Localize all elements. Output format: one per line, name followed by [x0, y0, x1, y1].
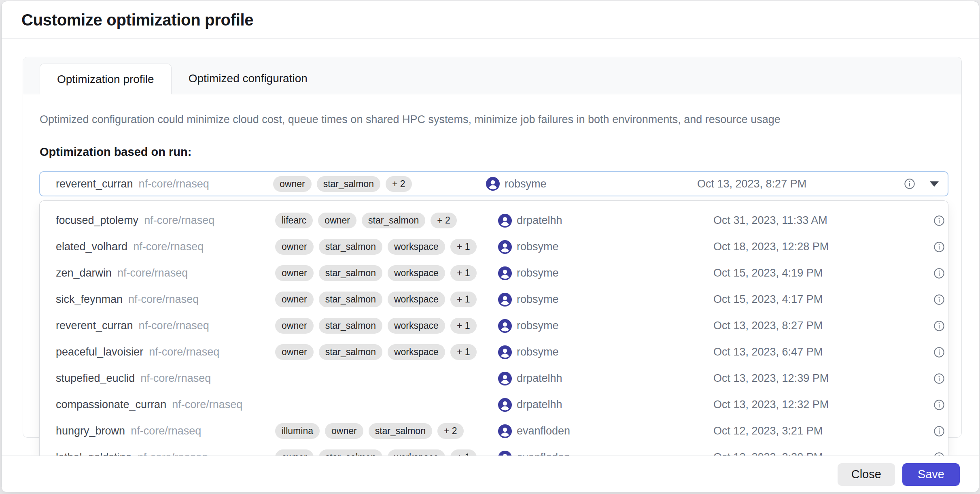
close-button[interactable]: Close	[838, 463, 895, 486]
run-tag: star_salmon	[319, 318, 382, 334]
run-tag: owner	[273, 176, 312, 192]
run-tag: star_salmon	[369, 423, 432, 439]
run-tag: owner	[275, 449, 314, 456]
run-tag: + 1	[450, 265, 477, 281]
run-pipeline: nf-core/rnaseq	[144, 214, 214, 227]
run-name: peaceful_lavoisier	[56, 346, 143, 358]
info-icon[interactable]	[933, 347, 945, 358]
run-tags: ownerstar_salmonworkspace+ 1	[275, 239, 498, 255]
run-tag: star_salmon	[319, 344, 382, 360]
user-name: robsyme	[517, 293, 559, 306]
run-pipeline: nf-core/rnaseq	[140, 372, 211, 385]
run-tag: owner	[275, 344, 314, 360]
selected-run-name: reverent_curran	[56, 178, 133, 190]
info-icon[interactable]	[933, 241, 945, 253]
run-tag: owner	[275, 239, 314, 255]
run-tag: owner	[275, 292, 314, 307]
run-tag: workspace	[388, 265, 445, 281]
run-date: Oct 15, 2023, 4:19 PM	[713, 267, 931, 279]
run-pipeline: nf-core/rnaseq	[131, 425, 201, 437]
run-option[interactable]: elated_volhard nf-core/rnaseq ownerstar_…	[40, 234, 948, 260]
info-icon[interactable]	[904, 178, 915, 190]
dialog-footer: Close Save	[2, 456, 979, 492]
save-button[interactable]: Save	[902, 463, 960, 486]
run-tag: star_salmon	[317, 176, 380, 192]
run-pipeline: nf-core/rnaseq	[149, 346, 219, 358]
run-pipeline: nf-core/rnaseq	[128, 293, 199, 306]
user-name: drpatelhh	[517, 398, 562, 411]
run-option[interactable]: stupefied_euclid nf-core/rnaseq drpatelh…	[40, 365, 948, 392]
run-date: Oct 15, 2023, 4:17 PM	[713, 293, 931, 306]
info-icon[interactable]	[933, 294, 945, 305]
info-icon[interactable]	[933, 452, 945, 456]
run-date: Oct 13, 2023, 8:27 PM	[713, 319, 931, 332]
header-divider	[2, 38, 979, 39]
run-tag: + 1	[450, 292, 477, 307]
selected-run-pipeline: nf-core/rnaseq	[139, 178, 209, 190]
selected-run-tags: ownerstar_salmon+ 2	[273, 176, 486, 192]
run-option[interactable]: reverent_curran nf-core/rnaseq ownerstar…	[40, 313, 948, 339]
run-pipeline: nf-core/rnaseq	[133, 241, 204, 253]
run-tag: workspace	[388, 449, 445, 456]
run-name: stupefied_euclid	[56, 372, 135, 385]
dialog-title: Customize optimization profile	[21, 11, 253, 29]
run-tag: + 1	[450, 318, 477, 334]
run-date: Oct 13, 2023, 6:47 PM	[713, 346, 931, 358]
run-tag: star_salmon	[319, 292, 382, 307]
run-tag: + 1	[450, 449, 477, 456]
run-tag: + 1	[450, 344, 477, 360]
run-tags: ownerstar_salmonworkspace+ 1	[275, 449, 498, 456]
run-tag: workspace	[388, 292, 445, 307]
run-tag: star_salmon	[319, 449, 382, 456]
run-tag: + 2	[437, 423, 464, 439]
run-tag: workspace	[388, 344, 445, 360]
run-option[interactable]: compassionate_curran nf-core/rnaseq drpa…	[40, 392, 948, 418]
run-tag: workspace	[388, 239, 445, 255]
run-date: Oct 12, 2023, 3:21 PM	[713, 425, 931, 437]
tab-label: Optimization profile	[57, 73, 154, 86]
user-name: evanfloden	[517, 451, 570, 456]
run-option[interactable]: hungry_brown nf-core/rnaseq illuminaowne…	[40, 418, 948, 444]
user-name: robsyme	[517, 319, 559, 332]
run-tags: ownerstar_salmonworkspace+ 1	[275, 318, 498, 334]
tab-optimized-configuration[interactable]: Optimized configuration	[172, 63, 325, 94]
run-date: Oct 13, 2023, 12:32 PM	[713, 398, 931, 411]
info-icon[interactable]	[933, 399, 945, 411]
user-avatar-icon	[498, 214, 512, 228]
optimization-description: Optimized configuration could minimize c…	[40, 113, 902, 126]
run-date: Oct 12, 2023, 2:20 PM	[713, 451, 931, 456]
run-name: zen_darwin	[56, 267, 112, 279]
run-tag: lifearc	[275, 213, 313, 228]
run-name: elated_volhard	[56, 241, 127, 253]
user-avatar-icon	[498, 319, 512, 333]
tab-label: Optimized configuration	[189, 72, 308, 85]
run-date: Oct 18, 2023, 12:28 PM	[713, 241, 931, 253]
run-option[interactable]: focused_ptolemy nf-core/rnaseq lifearcow…	[40, 207, 948, 234]
caret-down-icon[interactable]	[930, 181, 939, 187]
run-select[interactable]: reverent_curran nf-core/rnaseq ownerstar…	[39, 171, 948, 196]
run-option[interactable]: peaceful_lavoisier nf-core/rnaseq owners…	[40, 339, 948, 365]
info-icon[interactable]	[933, 268, 945, 279]
info-icon[interactable]	[933, 373, 945, 384]
info-icon[interactable]	[933, 426, 945, 437]
info-icon[interactable]	[933, 215, 945, 226]
user-avatar-icon	[498, 293, 512, 307]
run-name: focused_ptolemy	[56, 214, 138, 227]
run-option[interactable]: sick_feynman nf-core/rnaseq ownerstar_sa…	[40, 286, 948, 313]
run-date: Oct 13, 2023, 12:39 PM	[713, 372, 931, 385]
user-avatar-icon	[498, 451, 512, 456]
user-avatar-icon	[498, 424, 512, 438]
run-pipeline: nf-core/rnaseq	[139, 319, 209, 332]
run-option[interactable]: zen_darwin nf-core/rnaseq ownerstar_salm…	[40, 260, 948, 286]
run-name: lethal_goldstine	[56, 451, 132, 456]
info-icon[interactable]	[933, 320, 945, 332]
run-name: reverent_curran	[56, 319, 133, 332]
tab-optimization-profile[interactable]: Optimization profile	[40, 64, 172, 94]
run-tags: ownerstar_salmonworkspace+ 1	[275, 292, 498, 307]
user-name: robsyme	[517, 346, 559, 358]
user-avatar-icon	[498, 266, 512, 280]
run-tag: owner	[325, 423, 363, 439]
run-name: sick_feynman	[56, 293, 123, 306]
run-tags: lifearcownerstar_salmon+ 2	[275, 213, 498, 228]
run-option[interactable]: lethal_goldstine nf-core/rnaseq ownersta…	[40, 444, 948, 456]
